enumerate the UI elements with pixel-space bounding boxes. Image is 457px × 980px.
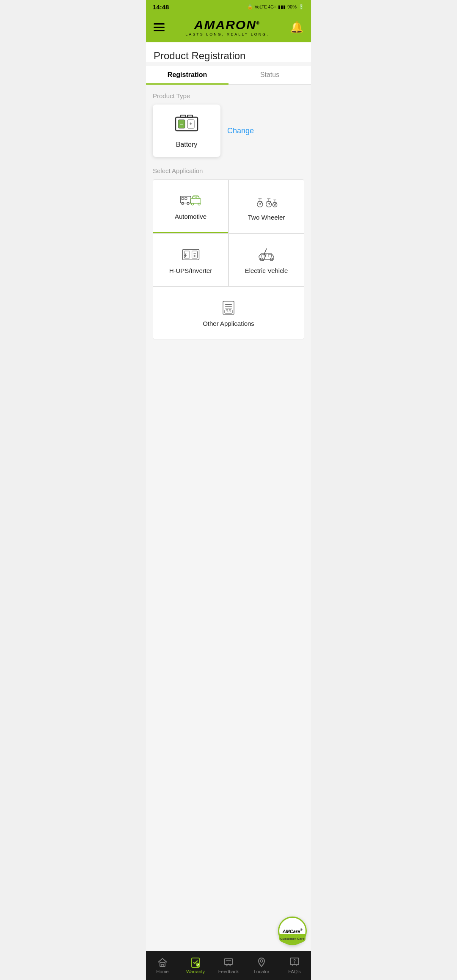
nav-home-label: Home (156, 969, 168, 974)
battery-icon: – + (165, 113, 208, 138)
app-item-electric-vehicle[interactable]: Electric Vehicle (229, 234, 304, 286)
nav-locator[interactable]: Locator (245, 957, 278, 974)
app-item-hups-inverter[interactable]: H-UPS/Inverter (153, 234, 228, 286)
feedback-icon (223, 957, 234, 968)
app-item-two-wheeler[interactable]: Two Wheeler (229, 180, 304, 233)
nav-home[interactable]: Home (146, 957, 179, 974)
hamburger-menu[interactable] (154, 23, 165, 31)
svg-rect-55 (161, 964, 164, 966)
main-content: Product Registration Registration Status… (146, 42, 311, 954)
logo-tagline: LASTS LONG, REALLY LONG. (185, 32, 269, 36)
notification-bell-icon[interactable]: 🔔 (290, 21, 303, 34)
select-application-label: Select Application (153, 167, 304, 174)
nav-warranty[interactable]: Warranty (179, 957, 212, 974)
nav-locator-label: Locator (254, 969, 270, 974)
signal-text: VoLTE 4G+ (255, 5, 276, 9)
svg-rect-8 (181, 198, 183, 200)
svg-rect-49 (225, 310, 232, 314)
svg-rect-2 (187, 115, 193, 118)
product-card-battery-label: Battery (165, 141, 208, 149)
home-icon (157, 957, 168, 968)
svg-point-59 (260, 960, 263, 962)
hups-inverter-icon (180, 246, 202, 264)
nav-feedback-label: Feedback (218, 969, 239, 974)
nav-feedback[interactable]: Feedback (212, 957, 245, 974)
signal-bars-icon: ▮▮▮ (278, 4, 286, 10)
svg-text:–: – (180, 121, 183, 127)
customer-care-label: Customer Care (279, 934, 306, 944)
status-icons: 🔒 VoLTE 4G+ ▮▮▮ 90% 🔋 (247, 4, 304, 10)
logo-text: AMARON® (185, 18, 269, 32)
electric-vehicle-icon (256, 246, 278, 264)
status-bar: 14:48 🔒 VoLTE 4G+ ▮▮▮ 90% 🔋 (146, 0, 311, 14)
tab-status[interactable]: Status (228, 66, 311, 84)
svg-rect-9 (184, 198, 187, 200)
faqs-icon: ? (289, 957, 300, 968)
svg-rect-1 (181, 115, 186, 118)
hups-inverter-label: H-UPS/Inverter (169, 267, 212, 274)
two-wheeler-icon (256, 193, 278, 210)
svg-text:+: + (230, 310, 231, 313)
status-time: 14:48 (153, 3, 169, 11)
svg-text:+: + (189, 121, 192, 127)
nav-faqs[interactable]: ? FAQ's (278, 957, 311, 974)
automotive-icon (180, 192, 202, 209)
other-applications-label: Other Applications (203, 320, 254, 327)
app-logo: AMARON® LASTS LONG, REALLY LONG. (185, 18, 269, 36)
two-wheeler-label: Two Wheeler (248, 214, 285, 221)
page-title: Product Registration (146, 42, 311, 62)
app-item-automotive[interactable]: Automotive (153, 180, 228, 233)
svg-rect-37 (192, 251, 197, 258)
tab-bar: Registration Status (146, 66, 311, 85)
change-product-button[interactable]: Change (227, 127, 254, 135)
battery-icon: 🔋 (298, 4, 304, 10)
battery-text: 90% (287, 4, 297, 9)
app-item-other[interactable]: – + Other Applications (153, 287, 304, 339)
electric-vehicle-label: Electric Vehicle (245, 267, 288, 274)
product-card-battery[interactable]: – + Battery (153, 105, 220, 157)
other-applications-icon: – + (217, 299, 240, 317)
customer-care-button[interactable]: AMCare® Customer Care (278, 917, 307, 945)
nav-warranty-label: Warranty (186, 969, 205, 974)
svg-point-23 (266, 201, 271, 207)
automotive-label: Automotive (175, 213, 206, 220)
application-grid: Automotive (153, 179, 304, 339)
lock-icon: 🔒 (247, 4, 253, 10)
svg-text:?: ? (293, 959, 296, 963)
svg-rect-42 (268, 254, 271, 257)
product-type-label: Product Type (153, 92, 304, 99)
bottom-navigation: Home Warranty Feedback Locator (146, 951, 311, 980)
svg-text:–: – (227, 310, 228, 313)
product-type-row: – + Battery Change (153, 105, 304, 157)
locator-icon (256, 957, 267, 968)
tab-content: Product Type – + (146, 85, 311, 347)
amcare-logo: AMCare® (283, 928, 303, 934)
nav-faqs-label: FAQ's (288, 969, 301, 974)
app-header: AMARON® LASTS LONG, REALLY LONG. 🔔 (146, 14, 311, 42)
tab-registration[interactable]: Registration (146, 66, 228, 84)
warranty-icon (190, 957, 201, 968)
